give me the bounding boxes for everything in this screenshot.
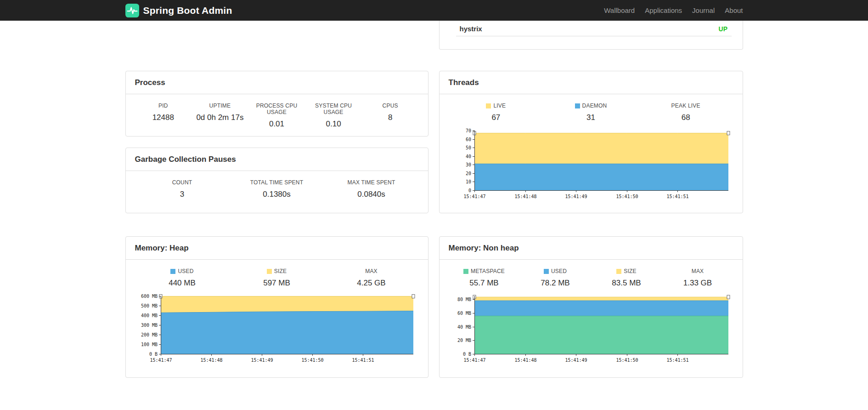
svg-text:15:41:47: 15:41:47	[463, 194, 485, 199]
svg-text:0 B: 0 B	[149, 352, 157, 357]
svg-text:15:41:50: 15:41:50	[301, 358, 323, 363]
stat-value: 0.10	[305, 119, 362, 129]
process-panel-body: PID 12488 UPTIME 0d 0h 2m 17s PROCESS CP…	[126, 94, 428, 137]
threads-legend: LIVE 67 DAEMON 31 PEAK LIVE	[449, 102, 733, 122]
memory-nonheap-panel: Memory: Non heap METASPACE 55.7 MB	[439, 236, 743, 378]
svg-text:15:41:50: 15:41:50	[616, 194, 638, 199]
svg-text:300 MB: 300 MB	[141, 323, 157, 328]
stat-heap-max: MAX 4.25 GB	[324, 268, 419, 288]
legend-swatch-size	[267, 269, 272, 274]
svg-text:60: 60	[465, 137, 471, 142]
stat-nonheap-max: MAX 1.33 GB	[662, 268, 733, 288]
memory-heap-legend: USED 440 MB SIZE 597 MB MAX	[135, 268, 419, 288]
process-panel-title: Process	[126, 71, 428, 94]
navbar: Spring Boot Admin Wallboard Applications…	[0, 0, 868, 21]
svg-text:70: 70	[465, 128, 471, 133]
gc-panel-body: COUNT 3 TOTAL TIME SPENT 0.1380s MAX TIM…	[126, 171, 428, 208]
memory-nonheap-panel-title: Memory: Non heap	[440, 237, 743, 260]
stat-label: SIZE	[274, 268, 287, 274]
stat-heap-size: SIZE 597 MB	[230, 268, 324, 288]
nav-link-journal[interactable]: Journal	[687, 0, 720, 21]
threads-panel-title: Threads	[440, 71, 743, 94]
memory-heap-panel-body: USED 440 MB SIZE 597 MB MAX	[126, 260, 428, 375]
brand-title: Spring Boot Admin	[143, 5, 232, 16]
stat-pid: PID 12488	[135, 102, 192, 129]
health-panel-body: hystrix UP	[440, 21, 743, 36]
stat-label: DAEMON	[582, 102, 607, 109]
stat-label: UPTIME	[192, 102, 248, 109]
row-process-threads: Process PID 12488 UPTIME 0d 0h 2m 17s PR…	[125, 71, 743, 213]
nav-link-applications[interactable]: Applications	[640, 0, 687, 21]
stat-label: PID	[135, 102, 192, 109]
stat-value: 0.1380s	[230, 189, 324, 199]
svg-text:60 MB: 60 MB	[457, 311, 471, 316]
svg-text:15:41:51: 15:41:51	[666, 194, 688, 199]
application-health-panel: hystrix UP	[439, 21, 743, 50]
stat-value: 68	[638, 113, 733, 122]
stat-value: 67	[449, 113, 544, 122]
threads-panel: Threads LIVE 67	[439, 71, 743, 213]
gc-panel: Garbage Collection Pauses COUNT 3 TOTAL …	[125, 148, 428, 213]
stat-gc-total-time: TOTAL TIME SPENT 0.1380s	[230, 179, 324, 199]
nav-link-about[interactable]: About	[720, 0, 743, 21]
memory-heap-panel: Memory: Heap USED 440 MB	[125, 236, 428, 378]
stat-value: 4.25 GB	[324, 278, 419, 288]
stat-value: 83.5 MB	[591, 278, 662, 288]
row-health: hystrix UP	[125, 21, 743, 50]
stat-heap-used: USED 440 MB	[135, 268, 230, 288]
svg-text:15:41:51: 15:41:51	[666, 358, 688, 363]
stat-value: 31	[543, 113, 638, 122]
svg-text:15:41:51: 15:41:51	[352, 358, 374, 363]
svg-text:500 MB: 500 MB	[141, 303, 157, 308]
stat-gc-count: COUNT 3	[135, 179, 230, 199]
status-badge: UP	[718, 25, 727, 33]
svg-text:15:41:49: 15:41:49	[565, 194, 587, 199]
stat-gc-max-time: MAX TIME SPENT 0.0840s	[324, 179, 419, 199]
svg-text:50: 50	[465, 145, 471, 150]
svg-text:15:41:50: 15:41:50	[616, 358, 638, 363]
svg-text:80 MB: 80 MB	[457, 297, 471, 302]
legend-swatch-used	[544, 269, 549, 274]
stat-label: CPUS	[362, 102, 419, 109]
brand-logo-icon	[125, 4, 139, 17]
stat-label: USED	[178, 268, 193, 274]
svg-text:15:41:48: 15:41:48	[514, 194, 536, 199]
stat-nonheap-size: SIZE 83.5 MB	[591, 268, 662, 288]
stat-value: 597 MB	[230, 278, 324, 288]
svg-text:15:41:48: 15:41:48	[200, 358, 222, 363]
brand-link[interactable]: Spring Boot Admin	[125, 4, 232, 17]
svg-text:15:41:48: 15:41:48	[514, 358, 536, 363]
svg-text:15:41:49: 15:41:49	[251, 358, 273, 363]
stat-label: MAX TIME SPENT	[324, 179, 419, 186]
stat-value: 78.2 MB	[520, 278, 591, 288]
process-stats: PID 12488 UPTIME 0d 0h 2m 17s PROCESS CP…	[135, 102, 419, 129]
nav-links: Wallboard Applications Journal About	[599, 0, 743, 21]
stat-label: COUNT	[135, 179, 230, 186]
svg-text:0 B: 0 B	[462, 352, 471, 357]
svg-text:20: 20	[465, 171, 471, 176]
svg-text:15:41:47: 15:41:47	[150, 358, 172, 363]
navbar-inner: Spring Boot Admin Wallboard Applications…	[125, 0, 743, 21]
legend-swatch-live	[486, 103, 491, 108]
legend-swatch-metaspace	[463, 269, 468, 274]
nav-link-wallboard[interactable]: Wallboard	[599, 0, 640, 21]
stat-system-cpu-usage: SYSTEM CPU USAGE 0.10	[305, 102, 362, 129]
svg-text:600 MB: 600 MB	[141, 294, 157, 299]
gc-panel-title: Garbage Collection Pauses	[126, 148, 428, 171]
main-content: hystrix UP Process PID 12488	[125, 21, 743, 410]
gc-stats: COUNT 3 TOTAL TIME SPENT 0.1380s MAX TIM…	[135, 179, 419, 199]
health-row-hystrix: hystrix UP	[456, 21, 732, 36]
stat-nonheap-used: USED 78.2 MB	[520, 268, 591, 288]
stat-value: 440 MB	[135, 278, 230, 288]
stat-label: USED	[551, 268, 567, 274]
stat-value: 8	[362, 113, 419, 122]
stat-label: SIZE	[624, 268, 636, 274]
stat-threads-live: LIVE 67	[449, 102, 544, 122]
svg-text:200 MB: 200 MB	[141, 332, 157, 337]
stat-label: SYSTEM CPU USAGE	[305, 102, 362, 115]
page-bottom-spacer	[125, 378, 743, 410]
stat-cpus: CPUS 8	[362, 102, 419, 129]
stat-label: MAX	[662, 268, 733, 274]
memory-nonheap-chart: 0 B20 MB40 MB60 MB80 MB15:41:4715:41:481…	[449, 292, 734, 366]
stat-uptime: UPTIME 0d 0h 2m 17s	[192, 102, 248, 129]
